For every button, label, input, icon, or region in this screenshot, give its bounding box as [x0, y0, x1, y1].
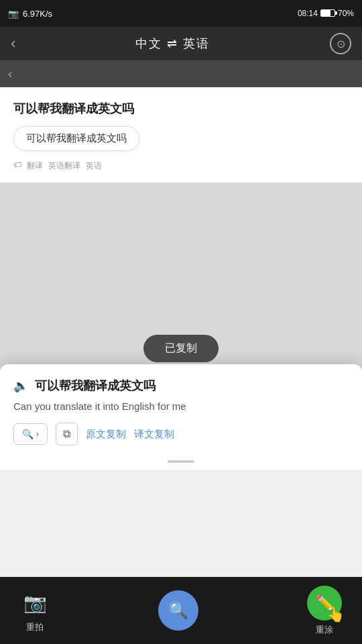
trans-actions: 🔍 › ⧉ 原文复制 译文复制 — [13, 423, 349, 445]
trans-original-row: 🔈 可以帮我翻译成英文吗 — [13, 378, 349, 394]
nav-title: 中文 ⇌ 英语 — [135, 36, 210, 52]
search-arrow-icon: › — [36, 429, 39, 439]
menu-icon: ⊙ — [337, 38, 345, 50]
copy-original-button[interactable]: 原文复制 — [86, 428, 126, 441]
status-speed: 6.97K/s — [23, 9, 52, 19]
tags-row: 🏷 翻译 英语翻译 英语 — [13, 160, 349, 182]
drag-handle-area — [13, 456, 349, 470]
search-icon: 🔍 — [22, 429, 34, 439]
back-button[interactable]: ‹ — [11, 35, 15, 52]
tag-translate: 翻译 — [27, 160, 43, 172]
menu-button[interactable]: ⊙ — [330, 33, 351, 54]
retake-icon-wrap: 📷 — [20, 588, 50, 618]
redraw-icon-wrap: ✏️ 👆 — [307, 586, 342, 621]
copied-toast: 已复制 — [143, 335, 219, 362]
search-button[interactable]: 🔍 › — [13, 423, 48, 445]
main-content: ‹ 可以帮我翻译成英文吗 可以帮我翻译成英文吗 🏷 翻译 英语翻译 英语 hsi… — [0, 60, 362, 470]
trans-original-text: 可以帮我翻译成英文吗 — [35, 378, 156, 394]
tag-english: 英语 — [86, 160, 102, 172]
bottom-toolbar: 📷 重拍 🔍 ✏️ 👆 重涂 — [0, 577, 362, 644]
copy-icon-button[interactable]: ⧉ — [56, 423, 78, 445]
status-time: 08:14 — [298, 9, 318, 18]
secondary-nav: ‹ — [0, 60, 362, 87]
sec-nav-back-icon: ‹ — [8, 67, 12, 81]
nav-bar: ‹ 中文 ⇌ 英语 ⊙ — [0, 27, 362, 60]
trans-result-text: Can you translate it into English for me — [13, 400, 349, 412]
status-left: 📷 6.97K/s — [8, 9, 52, 19]
battery-indicator — [320, 9, 335, 18]
redraw-button[interactable]: ✏️ 👆 重涂 — [307, 586, 342, 636]
retake-icon: 📷 — [23, 592, 47, 614]
retake-button[interactable]: 📷 重拍 — [20, 588, 50, 633]
drag-handle — [168, 460, 194, 463]
question-title: 可以帮我翻译成英文吗 — [13, 101, 349, 117]
copy-translation-button[interactable]: 译文复制 — [134, 428, 174, 441]
highlight-bubble: 可以帮我翻译成英文吗 — [13, 126, 139, 151]
copied-label: 已复制 — [165, 342, 197, 354]
copy-icon: ⧉ — [63, 428, 70, 440]
speaker-icon[interactable]: 🔈 — [13, 378, 28, 393]
search-center-button[interactable]: 🔍 — [158, 590, 198, 631]
translation-card: 🔈 可以帮我翻译成英文吗 Can you translate it into E… — [0, 364, 362, 470]
retake-label: 重拍 — [26, 621, 44, 633]
camera-icon: 📷 — [8, 9, 19, 19]
content-area: 可以帮我翻译成英文吗 可以帮我翻译成英文吗 🏷 翻译 英语翻译 英语 — [0, 87, 362, 182]
status-right: 08:14 70% — [298, 9, 354, 18]
redraw-label: 重涂 — [316, 624, 333, 636]
battery-percent: 70% — [338, 9, 354, 18]
search-center-icon: 🔍 — [168, 601, 188, 620]
hand-icon: 👆 — [326, 606, 345, 623]
status-bar: 📷 6.97K/s 08:14 70% — [0, 0, 362, 27]
tag-english-translate: 英语翻译 — [48, 160, 80, 172]
tag-1: 🏷 — [13, 160, 21, 172]
